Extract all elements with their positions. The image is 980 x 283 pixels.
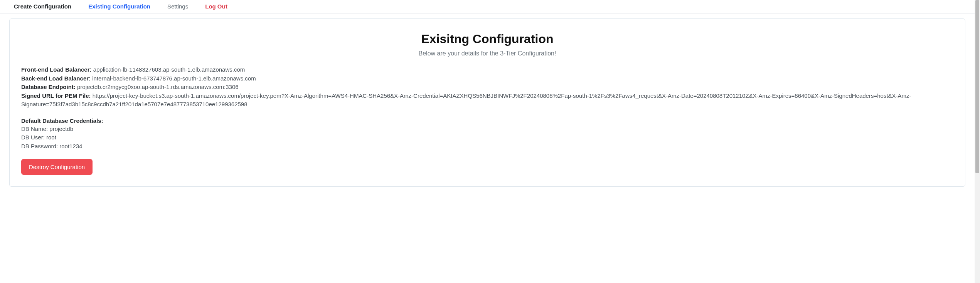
destroy-configuration-button[interactable]: Destroy Configuration <box>21 159 93 175</box>
scrollbar-thumb[interactable] <box>975 0 979 173</box>
nav-create-configuration[interactable]: Create Configuration <box>14 3 71 10</box>
vertical-scrollbar[interactable] <box>975 0 980 283</box>
nav-logout[interactable]: Log Out <box>205 3 227 10</box>
database-endpoint-value: projectdb.cr2mgycg0xoo.ap-south-1.rds.am… <box>77 84 239 90</box>
nav-existing-configuration[interactable]: Existing Configuration <box>88 3 150 10</box>
front-end-lb-label: Front-end Load Balancer: <box>21 66 92 73</box>
back-end-lb-label: Back-end Load Balancer: <box>21 75 91 82</box>
front-end-lb-value: application-lb-1148327603.ap-south-1.elb… <box>93 66 245 73</box>
page-title: Exisitng Configuration <box>21 32 953 46</box>
nav-settings[interactable]: Settings <box>167 3 188 10</box>
back-end-lb-row: Back-end Load Balancer: internal-backend… <box>21 74 953 83</box>
signed-url-row: Signed URL for PEM File: https://project… <box>21 92 953 109</box>
front-end-lb-row: Front-end Load Balancer: application-lb-… <box>21 65 953 74</box>
signed-url-value: https://project-key-bucket.s3.ap-south-1… <box>21 92 911 108</box>
back-end-lb-value: internal-backend-lb-673747876.ap-south-1… <box>92 75 256 82</box>
credentials-title: Default Database Credentials: <box>21 117 953 124</box>
database-endpoint-row: Database Endpoint: projectdb.cr2mgycg0xo… <box>21 83 953 92</box>
db-user-line: DB User: root <box>21 133 953 142</box>
configuration-card: Exisitng Configuration Below are your de… <box>9 18 965 187</box>
db-name-line: DB Name: projectdb <box>21 125 953 134</box>
database-endpoint-label: Database Endpoint: <box>21 84 76 90</box>
signed-url-label: Signed URL for PEM File: <box>21 92 91 99</box>
page-subtitle: Below are your details for the 3-Tier Co… <box>21 50 953 57</box>
db-password-line: DB Password: root1234 <box>21 142 953 151</box>
credentials-section: Default Database Credentials: DB Name: p… <box>21 117 953 151</box>
top-nav: Create Configuration Existing Configurat… <box>0 0 975 14</box>
